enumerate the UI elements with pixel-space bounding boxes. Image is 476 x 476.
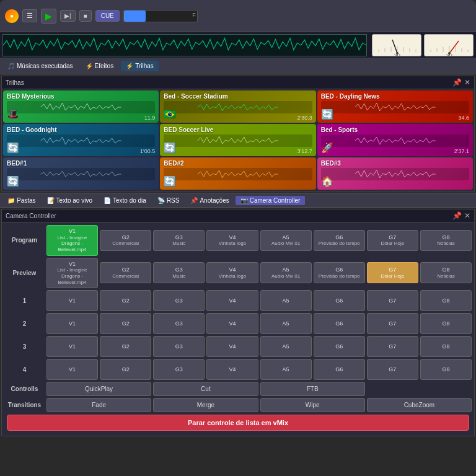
track-title-0: BED Mysterious [7,93,155,100]
cc-2-v4[interactable]: V4 [206,313,258,334]
cc-program-v4[interactable]: V4Vinheta logo [206,230,258,251]
cc-2-v1[interactable]: V1 [46,313,98,334]
cc-4-g3[interactable]: G3 [153,359,205,380]
cc-3-g2[interactable]: G2 [100,336,151,357]
cc-program-g2[interactable]: G2Commercial [100,230,151,251]
cc-preview-g6[interactable]: G6Previsão do tempo [314,262,365,283]
cc-fade-btn[interactable]: Fade [46,398,151,412]
stop-button[interactable]: ■ [79,10,92,22]
cc-preview-g3[interactable]: G3Music [153,262,205,283]
cc-4-a5[interactable]: A5 [260,359,312,380]
tab-camera-controller[interactable]: 📷 Camera Controller [236,196,306,205]
progress-bar[interactable]: F [123,10,198,22]
track-card-5[interactable]: Bed - Sports 2'37.1 🚀 [317,124,473,156]
tab-texto-dia-label: Texto do dia [113,197,146,204]
track-card-7[interactable]: BED#2 🔄 [160,157,315,190]
cc-1-g7[interactable]: G7 [367,290,418,311]
pin-icon[interactable]: 📌 [452,78,462,87]
cc-preview-g8[interactable]: G8Noticias [420,262,472,283]
cc-cubezoom-btn[interactable]: CubeZoom [367,398,472,412]
cc-4-g7[interactable]: G7 [367,359,418,380]
track-card-1[interactable]: Bed - Soccer Stadium 2'30.3 🇧🇷 [160,90,315,123]
cc-2-a5[interactable]: A5 [260,313,312,334]
cc-3-g8[interactable]: G8 [420,336,472,357]
cc-row-3: 3 V1 G2 G3 V4 A5 G6 G7 G8 [4,336,472,357]
cc-4-v4[interactable]: V4 [206,359,258,380]
tab-pastas[interactable]: 📁 Pastas [2,196,41,205]
tab-texto-dia[interactable]: 📄 Texto do dia [99,196,151,205]
tab-trilhas[interactable]: ⚡ Trilhas [121,61,159,71]
cc-3-a5[interactable]: A5 [260,336,312,357]
main-waveform[interactable] [2,34,367,56]
cc-3-g6[interactable]: G6 [314,336,365,357]
cc-3-g3[interactable]: G3 [153,336,205,357]
cc-4-g8[interactable]: G8 [420,359,472,380]
cc-quickplay-btn[interactable]: QuickPlay [46,382,151,396]
cc-stop-list-btn[interactable]: Parar controle de lista em vMix [7,415,469,431]
cc-program-g3[interactable]: G3Music [153,230,205,251]
cc-preview-a5[interactable]: A5Audio Mix 01 [260,262,312,283]
cc-cut-btn[interactable]: Cut [153,382,258,396]
track-card-6[interactable]: BED#1 🔄 [3,157,159,190]
cc-1-g3[interactable]: G3 [153,290,205,311]
track-icon-6: 🔄 [7,175,19,187]
cc-3-v4[interactable]: V4 [206,336,258,357]
cc-pin-icon[interactable]: 📌 [452,211,462,220]
cc-2-g6[interactable]: G6 [314,313,365,334]
track-waveform-1 [164,101,312,113]
track-card-3[interactable]: BED - Goodnight 1'00.5 🔄 [3,124,159,156]
play-button[interactable]: ▶ [41,9,56,24]
cue-button[interactable]: CUE [95,10,120,22]
cc-row-1: 1 V1 G2 G3 V4 A5 G6 G7 G8 [4,290,472,311]
vu-meters: VU VU [372,34,474,56]
close-icon[interactable]: ✕ [464,78,470,87]
cc-program-v1[interactable]: V1List - Imagine Dragons - Believer.mp4 [46,225,98,256]
cc-4-v1[interactable]: V1 [46,359,98,380]
track-card-2[interactable]: BED - Dayling News 34.6 🔄 [317,90,473,123]
svg-text:VU: VU [394,53,400,56]
cc-1-a5[interactable]: A5 [260,290,312,311]
cc-preview-g7[interactable]: G7Dólar Hoje [367,262,418,283]
track-card-0[interactable]: BED Mysterious 11.9 🎩 [3,90,159,123]
cc-2-g3[interactable]: G3 [153,313,205,334]
tab-musicas[interactable]: 🎵 Músicas executadas [2,61,78,71]
app-logo: ● [5,9,19,23]
tab-texto-vivo[interactable]: 📝 Texto ao vivo [42,196,97,205]
track-waveform-8 [321,168,469,180]
progress-fill [124,11,146,22]
cc-1-v1[interactable]: V1 [46,290,98,311]
cc-program-a5[interactable]: A5Audio Mix 01 [260,230,312,251]
cc-1-g8[interactable]: G8 [420,290,472,311]
cc-1-v4[interactable]: V4 [206,290,258,311]
cc-merge-btn[interactable]: Merge [153,398,258,412]
tab-rss[interactable]: 📡 RSS [152,196,185,205]
cc-1-g2[interactable]: G2 [100,290,151,311]
tab-anotacoes[interactable]: 📌 Anotações [185,196,234,205]
cc-2-g2[interactable]: G2 [100,313,151,334]
tabs-row: 🎵 Músicas executadas ⚡ Efeitos ⚡ Trilhas [0,58,476,74]
track-card-8[interactable]: BED#3 🏠 [317,157,473,190]
cc-wipe-btn[interactable]: Wipe [260,398,365,412]
step-button[interactable]: ▶| [60,10,76,22]
menu-button[interactable]: ☰ [22,9,37,22]
cc-preview-v1[interactable]: V1List - Imagine Dragons - Believer.mp4 [46,258,98,289]
track-waveform-2 [321,101,469,113]
cc-program-g7[interactable]: G7Dólar Hoje [367,230,418,251]
cc-preview-g2[interactable]: G2Commercial [100,262,151,283]
cc-ftb-btn[interactable]: FTB [260,382,365,396]
cc-3-v1[interactable]: V1 [46,336,98,357]
tab-efeitos[interactable]: ⚡ Efeitos [81,61,119,71]
cc-row-2-label: 2 [4,320,45,327]
cc-transitions-label: Transitions [4,402,45,408]
cc-2-g8[interactable]: G8 [420,313,472,334]
cc-3-g7[interactable]: G7 [367,336,418,357]
cc-program-g8[interactable]: G8Noticias [420,230,472,251]
cc-4-g2[interactable]: G2 [100,359,151,380]
cc-2-g7[interactable]: G7 [367,313,418,334]
cc-4-g6[interactable]: G6 [314,359,365,380]
cc-program-g6[interactable]: G6Previsão do tempo [314,230,365,251]
track-card-4[interactable]: BED Soccer Live 3'12.7 🔄 [160,124,315,156]
cc-1-g6[interactable]: G6 [314,290,365,311]
cc-preview-v4[interactable]: V4Vinheta logo [206,262,258,283]
cc-close-icon[interactable]: ✕ [464,211,470,220]
